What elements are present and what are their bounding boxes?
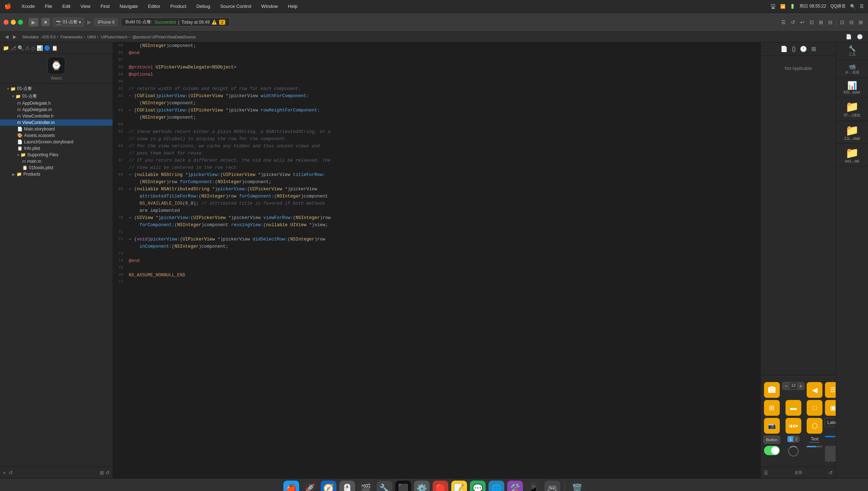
dock-item-dev[interactable]: 🛠️: [507, 481, 523, 491]
tree-item-01foods-plist[interactable]: 📋 01foods.plist: [0, 165, 113, 171]
menu-navigate[interactable]: Navigate: [117, 3, 140, 10]
breadcrumb-forward[interactable]: ▶: [11, 33, 18, 40]
breadcrumb-file[interactable]: UIPickerView.h: [101, 35, 127, 39]
seg-1[interactable]: 1: [788, 436, 793, 442]
insp-file-icon[interactable]: 📄: [779, 44, 789, 53]
dock-item-tools[interactable]: 🔧: [377, 481, 392, 491]
widget-bar-w[interactable]: ▬: [782, 400, 805, 416]
menu-debug[interactable]: Debug: [194, 3, 212, 10]
toggle-navigator-button[interactable]: ☰: [780, 18, 787, 27]
minimize-button[interactable]: [11, 20, 16, 25]
button-widget[interactable]: Button: [764, 436, 780, 444]
menu-source-control[interactable]: Source Control: [218, 3, 254, 10]
tree-item-main-m[interactable]: m main.m: [0, 158, 113, 165]
tree-item-viewcontroller-m[interactable]: m ViewController.m: [0, 119, 113, 126]
close-button[interactable]: [4, 20, 9, 25]
dock-item-simulator[interactable]: 📱: [526, 481, 542, 491]
dock-item-app[interactable]: 🔴: [433, 481, 448, 491]
dock-item-prefs[interactable]: ⚙️: [414, 481, 430, 491]
dock-item-remote[interactable]: 🎮: [544, 481, 560, 491]
dock-item-messages[interactable]: 💬: [470, 481, 486, 491]
add-file-button[interactable]: +: [3, 470, 6, 476]
version-editor-button[interactable]: ⊟: [827, 18, 834, 27]
breadcrumb-clock-icon[interactable]: 🕐: [855, 33, 864, 40]
widget-progress-w[interactable]: [807, 446, 822, 462]
breadcrumb-frameworks[interactable]: Frameworks: [61, 35, 82, 39]
insp-grid-icon[interactable]: ⊞: [810, 44, 817, 53]
menu-find[interactable]: Find: [98, 3, 112, 10]
code-editor[interactable]: 55 (NSInteger)component; 56 @end 57 58 @…: [113, 42, 760, 478]
tree-group[interactable]: ▾ 📁 01-点餐: [0, 92, 113, 100]
maximize-button[interactable]: [18, 20, 23, 25]
tree-item-appdelegate-m[interactable]: m AppDelegate.m: [0, 106, 113, 113]
menu-file[interactable]: File: [43, 3, 55, 10]
stop-button[interactable]: ■: [41, 18, 50, 26]
tree-item-xcassets[interactable]: 🎨 Assets.xcassets: [0, 132, 113, 139]
scheme-selector[interactable]: 📷 01-点餐 ▾: [53, 18, 84, 27]
menu-xcode[interactable]: Xcode: [19, 3, 37, 10]
tree-item-project[interactable]: ▾ 📁 01-点餐: [0, 85, 113, 92]
search-menubar-icon[interactable]: 🔍: [850, 4, 855, 9]
widget-button-w[interactable]: Button: [764, 436, 780, 444]
insp-code-icon[interactable]: {}: [791, 45, 797, 53]
sidebar-log-icon[interactable]: 📋: [52, 45, 58, 51]
widget-toggle-w[interactable]: [764, 446, 780, 462]
tree-item-supporting-files[interactable]: ▾ 📁 Supporting Files: [0, 152, 113, 158]
tree-item-viewcontroller-h[interactable]: m ViewController.h: [0, 113, 113, 119]
stepper-plus[interactable]: +: [797, 382, 804, 390]
widget-segmented-w[interactable]: 1 2: [782, 436, 805, 444]
tree-item-info-plist[interactable]: 📋 Info.plist: [0, 145, 113, 152]
breadcrumb-simulator[interactable]: Simulator - iOS 9.0: [22, 35, 56, 39]
menu-view[interactable]: View: [78, 3, 93, 10]
back-editor-button[interactable]: ↩: [799, 18, 806, 27]
dock-item-safari[interactable]: 🧭: [321, 481, 336, 491]
stepper-minus[interactable]: −: [783, 382, 790, 390]
filter-button[interactable]: ⊞: [100, 470, 104, 476]
dock-item-trash[interactable]: 🗑️: [569, 481, 585, 491]
menu-product[interactable]: Product: [168, 3, 189, 10]
breadcrumb-file-icon[interactable]: 📄: [844, 33, 853, 40]
dock-item-terminal[interactable]: ⬛: [395, 481, 411, 491]
seg-2[interactable]: 2: [793, 436, 799, 442]
sidebar-search-icon[interactable]: 🔍: [18, 45, 24, 51]
menu-help[interactable]: Help: [286, 3, 300, 10]
breadcrumb-protocol[interactable]: @protocol UIPickerViewDataSource: [132, 35, 196, 39]
sidebar-folder-icon[interactable]: 📁: [3, 45, 9, 51]
toggle-inspector-button[interactable]: ⊡: [839, 18, 846, 27]
device-selector[interactable]: iPhone 6: [94, 18, 118, 26]
toggle-widget[interactable]: [764, 446, 780, 455]
tree-item-products[interactable]: ▶ 📁 Products: [0, 171, 113, 177]
menu-edit[interactable]: Edit: [60, 3, 72, 10]
menu-window[interactable]: Window: [259, 3, 280, 10]
widget-grid-w[interactable]: ⊞: [764, 400, 780, 416]
sidebar-issue-icon[interactable]: ⚠: [25, 45, 30, 51]
widget-camera[interactable]: [764, 382, 780, 398]
standard-editor-button[interactable]: ⊡: [808, 18, 815, 27]
dock-item-launchpad[interactable]: 🚀: [302, 481, 318, 491]
controls-icon[interactable]: ☰: [860, 4, 864, 9]
sidebar-git-icon[interactable]: ⎇: [10, 45, 16, 51]
widget-text-w[interactable]: Text: [807, 436, 822, 444]
sidebar-test-icon[interactable]: ◇: [31, 45, 35, 51]
run-button[interactable]: ▶: [29, 18, 38, 27]
stepper-widget[interactable]: − 12 +: [782, 382, 805, 390]
back-navigator-button[interactable]: ↺: [9, 470, 13, 476]
widget-back[interactable]: ◀: [807, 382, 822, 398]
toggle-utilities-button[interactable]: ⊞: [857, 18, 864, 27]
toggle-debug-button[interactable]: ⊟: [848, 18, 855, 27]
widget-stepper-top[interactable]: − 12 +: [782, 382, 805, 398]
tree-item-launch-storyboard[interactable]: 📄 LaunchScreen.storyboard: [0, 139, 113, 145]
recent-button[interactable]: ↺: [105, 470, 110, 476]
right-bottom-right[interactable]: ↺: [829, 470, 833, 476]
sidebar-report-icon[interactable]: 📊: [37, 45, 43, 51]
tree-item-appdelegate-h[interactable]: m AppDelegate.h: [0, 100, 113, 106]
insp-clock-icon[interactable]: 🕐: [799, 44, 808, 53]
widget-cam2-w[interactable]: 📷: [764, 418, 780, 434]
widget-cube-w[interactable]: ⬡: [807, 418, 822, 434]
tree-item-main-storyboard[interactable]: 📄 Main.storyboard: [0, 126, 113, 132]
dock-item-finder[interactable]: 🍎: [283, 481, 299, 491]
refresh-button[interactable]: ↺: [789, 18, 797, 27]
sidebar-breakpoint-icon[interactable]: 🔵: [44, 45, 50, 51]
widget-box-w[interactable]: □: [807, 400, 822, 416]
dock-item-browser[interactable]: 🌐: [489, 481, 504, 491]
